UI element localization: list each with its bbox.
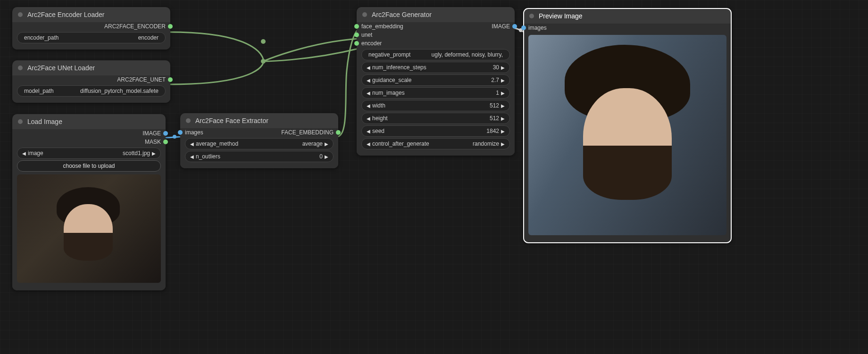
chevron-left-icon[interactable]: ◀ <box>190 154 194 159</box>
node-header[interactable]: Preview Image <box>524 8 731 24</box>
chevron-right-icon[interactable]: ▶ <box>501 65 505 70</box>
output-image-preview <box>528 35 726 235</box>
node-load-image[interactable]: Load Image IMAGE MASK ◀ image scottd1.jp… <box>12 114 166 290</box>
chevron-right-icon[interactable]: ▶ <box>501 141 505 147</box>
node-header[interactable]: Arc2Face Face Extractor <box>180 113 338 128</box>
node-title: Preview Image <box>539 12 583 20</box>
face-image-placeholder <box>49 185 128 272</box>
chevron-right-icon[interactable]: ▶ <box>325 154 328 159</box>
output-port[interactable] <box>168 77 173 82</box>
svg-point-1 <box>261 39 266 44</box>
input-port-encoder[interactable] <box>354 41 359 46</box>
widget-average-method[interactable]: ◀ average_method average ▶ <box>185 138 334 149</box>
node-title: Arc2Face Face Extractor <box>195 117 268 124</box>
output-port[interactable] <box>512 24 517 29</box>
output-port-image: IMAGE <box>142 130 161 137</box>
chevron-right-icon[interactable]: ▶ <box>501 91 505 96</box>
output-port-label: ARC2FACE_UNET <box>117 76 166 83</box>
node-header[interactable]: Arc2Face Generator <box>357 7 515 22</box>
widget-encoder-path[interactable]: encoder_path encoder <box>17 32 166 43</box>
chevron-left-icon[interactable]: ◀ <box>367 65 370 70</box>
node-header[interactable]: Load Image <box>12 114 166 129</box>
output-port[interactable] <box>336 130 341 135</box>
node-unet-loader[interactable]: Arc2Face UNet Loader ARC2FACE_UNET model… <box>12 60 170 103</box>
input-port-face-embedding[interactable] <box>354 24 359 29</box>
node-header[interactable]: Arc2Face Encoder Loader <box>12 7 170 22</box>
input-port-images[interactable] <box>521 25 526 30</box>
widget-n-outliers[interactable]: ◀ n_outliers 0 ▶ <box>185 151 334 162</box>
output-port[interactable] <box>163 140 168 144</box>
svg-point-0 <box>261 59 266 64</box>
collapse-dot-icon[interactable] <box>529 14 534 18</box>
input-port-unet[interactable] <box>354 33 359 37</box>
node-generator[interactable]: Arc2Face Generator face_embedding IMAGE … <box>357 7 515 156</box>
widget-negative-prompt[interactable]: negative_prompt ugly, deformed, noisy, b… <box>361 49 510 60</box>
chevron-right-icon[interactable]: ▶ <box>501 103 505 108</box>
widget-image-select[interactable]: ◀ image scottd1.jpg ▶ <box>17 148 161 159</box>
node-title: Arc2Face Encoder Loader <box>27 11 104 18</box>
svg-point-2 <box>173 135 176 139</box>
chevron-right-icon[interactable]: ▶ <box>325 141 328 147</box>
widget-guidance-scale[interactable]: ◀ guidance_scale 2.7 ▶ <box>361 74 510 86</box>
output-port[interactable] <box>168 24 173 29</box>
node-face-extractor[interactable]: Arc2Face Face Extractor images FACE_EMBE… <box>180 113 338 168</box>
upload-button[interactable]: choose file to upload <box>17 160 161 172</box>
input-port-label: images <box>185 129 203 136</box>
widget-num-inference-steps[interactable]: ◀ num_inference_steps 30 ▶ <box>361 62 510 73</box>
node-preview-image[interactable]: Preview Image images <box>524 8 731 243</box>
collapse-dot-icon[interactable] <box>362 12 367 17</box>
chevron-left-icon[interactable]: ◀ <box>367 129 370 134</box>
output-port-label: IMAGE <box>492 23 510 30</box>
chevron-left-icon[interactable]: ◀ <box>367 78 370 83</box>
chevron-right-icon[interactable]: ▶ <box>152 151 156 156</box>
collapse-dot-icon[interactable] <box>18 119 23 124</box>
chevron-right-icon[interactable]: ▶ <box>501 116 505 121</box>
collapse-dot-icon[interactable] <box>18 66 23 70</box>
output-port-label: FACE_EMBEDDING <box>281 129 334 136</box>
chevron-left-icon[interactable]: ◀ <box>22 151 26 156</box>
chevron-right-icon[interactable]: ▶ <box>501 78 505 83</box>
widget-width[interactable]: ◀ width 512 ▶ <box>361 100 510 111</box>
chevron-left-icon[interactable]: ◀ <box>367 103 370 108</box>
input-image-preview <box>17 174 161 283</box>
input-port[interactable] <box>178 130 183 135</box>
widget-seed[interactable]: ◀ seed 1842 ▶ <box>361 125 510 137</box>
node-title: Arc2Face UNet Loader <box>27 64 95 72</box>
collapse-dot-icon[interactable] <box>186 118 191 123</box>
chevron-left-icon[interactable]: ◀ <box>367 91 370 96</box>
collapse-dot-icon[interactable] <box>18 12 23 17</box>
widget-num-images[interactable]: ◀ num_images 1 ▶ <box>361 87 510 99</box>
node-title: Load Image <box>27 118 62 125</box>
node-encoder-loader[interactable]: Arc2Face Encoder Loader ARC2FACE_ENCODER… <box>12 7 170 49</box>
chevron-left-icon[interactable]: ◀ <box>367 141 370 147</box>
widget-model-path[interactable]: model_path diffusion_pytorch_model.safet… <box>17 85 166 97</box>
output-port[interactable] <box>163 131 168 136</box>
chevron-left-icon[interactable]: ◀ <box>367 116 370 121</box>
node-header[interactable]: Arc2Face UNet Loader <box>12 60 170 75</box>
chevron-right-icon[interactable]: ▶ <box>501 129 505 134</box>
output-port-mask: MASK <box>145 139 161 145</box>
widget-height[interactable]: ◀ height 512 ▶ <box>361 113 510 124</box>
chevron-left-icon[interactable]: ◀ <box>190 141 194 147</box>
output-port-label: ARC2FACE_ENCODER <box>104 23 166 30</box>
widget-control-after-generate[interactable]: ◀ control_after_generate randomize ▶ <box>361 138 510 149</box>
generated-face-placeholder <box>556 45 699 225</box>
node-title: Arc2Face Generator <box>372 11 432 18</box>
